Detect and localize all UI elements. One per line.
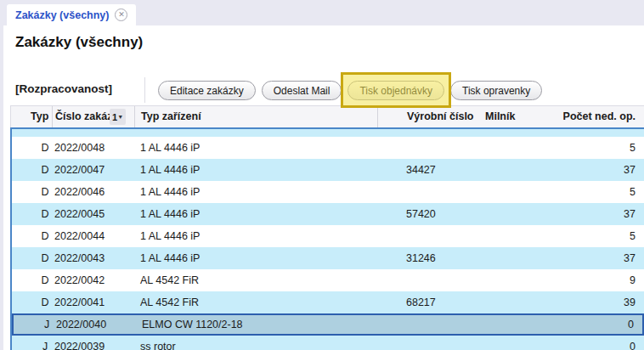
cell-cislo: 2022/0042 [54, 269, 105, 291]
table-row[interactable]: D 2022/0047 1 AL 4446 iP 34427 37 [12, 159, 644, 181]
header-separator [134, 106, 135, 128]
cell-cislo: 2022/0048 [54, 137, 105, 159]
cell-zarizeni: AL 4542 FiR [140, 269, 199, 291]
odeslat-mail-button[interactable]: Odeslat Mail [262, 81, 342, 100]
tisk-objednavky-button[interactable]: Tisk objednávky [347, 81, 444, 100]
table-row-selected[interactable]: J 2022/0040 ELMO CW 1120/2-18 0 [12, 313, 644, 336]
column-header-pocet-ned-op[interactable]: Počet ned. op. [563, 106, 636, 127]
cell-zarizeni: ELMO CW 1120/2-18 [142, 315, 243, 334]
toolbar-buttons: Editace zakázky Odeslat Mail Tisk objedn… [158, 81, 542, 100]
sort-desc-icon: ▼ [117, 114, 123, 120]
table-row[interactable]: D 2022/0048 1 AL 4446 iP 5 [12, 137, 644, 159]
cell-zarizeni: ss rotor [140, 336, 176, 350]
cell-pocet: 37 [624, 247, 636, 269]
table-row[interactable]: J 2022/0039 ss rotor 0 [12, 336, 644, 350]
cell-cislo: 2022/0044 [54, 225, 105, 247]
table-row-clipped[interactable]: D 2022/0049 1 AL 4446 iP 33335 37 [12, 129, 644, 137]
cell-zarizeni: 1 AL 4446 iP [140, 225, 200, 247]
cell-cislo: 2022/0039 [54, 336, 105, 350]
toolbar: [Rozpracovanost] Editace zakázky Odeslat… [0, 79, 644, 103]
cell-pocet: 9 [630, 269, 636, 291]
cell-vyrobni: 33335 [406, 129, 436, 137]
table-row[interactable]: D 2022/0043 1 AL 4446 iP 31246 37 [12, 247, 644, 269]
cell-pocet: 0 [628, 315, 634, 334]
cell-cislo: 2022/0047 [54, 159, 105, 181]
cell-cislo: 2022/0043 [54, 247, 105, 269]
table-body: D 2022/0049 1 AL 4446 iP 33335 37 D 2022… [10, 127, 644, 350]
table-row[interactable]: D 2022/0045 1 AL 4446 iP 57420 37 [12, 203, 644, 225]
cell-pocet: 0 [630, 336, 636, 350]
cell-pocet: 37 [624, 203, 636, 225]
table-row[interactable]: D 2022/0041 AL 4542 FiR 68217 39 [12, 291, 644, 313]
column-header-typ[interactable]: Typ [31, 106, 48, 127]
table-row[interactable]: D 2022/0042 AL 4542 FiR 9 [12, 269, 644, 291]
cell-vyrobni: 31246 [406, 247, 436, 269]
tab-bar: Zakázky (všechny) ✕ [0, 0, 644, 25]
cell-vyrobni: 68217 [406, 291, 436, 313]
table-header: Typ Číslo zakázk 1▼ Typ zařízení Výrobní… [10, 105, 644, 127]
tab-label: Zakázky (všechny) [15, 9, 109, 21]
table-row[interactable]: D 2022/0046 1 AL 4446 iP 5 [12, 181, 644, 203]
cell-pocet: 5 [630, 137, 636, 159]
cell-zarizeni: 1 AL 4446 iP [140, 137, 200, 159]
column-header-typ-zarizeni[interactable]: Typ zařízení [141, 106, 201, 127]
cell-pocet: 39 [624, 291, 636, 313]
cell-cislo: 2022/0046 [54, 181, 105, 203]
tab-zakazky-vsechny[interactable]: Zakázky (všechny) ✕ [7, 4, 136, 25]
tisk-opravenky-button[interactable]: Tisk opravenky [450, 81, 542, 100]
sort-indicator[interactable]: 1▼ [110, 109, 126, 125]
app-window: Zakázky (všechny) ✕ Zakázky (všechny) [R… [0, 0, 644, 350]
page-title: Zakázky (všechny) [15, 34, 143, 51]
editace-zakazky-button[interactable]: Editace zakázky [158, 81, 256, 100]
cell-cislo: 2022/0041 [54, 291, 105, 313]
cell-pocet: 37 [624, 129, 636, 137]
section-label: [Rozpracovanost] [15, 82, 112, 95]
cell-cislo: 2022/0040 [56, 315, 106, 334]
header-separator [377, 106, 378, 128]
cell-zarizeni: AL 4542 FiR [140, 291, 199, 313]
cell-cislo: 2022/0045 [54, 203, 105, 225]
cell-zarizeni: 1 AL 4446 iP [140, 129, 200, 137]
column-header-milnik[interactable]: Milník [485, 106, 515, 127]
table-row[interactable]: D 2022/0044 1 AL 4446 iP 5 [12, 225, 644, 247]
cell-vyrobni: 34427 [406, 159, 436, 181]
header-separator [52, 106, 53, 128]
toolbar-divider [144, 77, 145, 103]
column-header-vyrobni-cislo[interactable]: Výrobní číslo [407, 106, 474, 127]
cell-pocet: 37 [624, 159, 636, 181]
close-icon[interactable]: ✕ [115, 8, 127, 21]
cell-vyrobni: 57420 [406, 203, 436, 225]
cell-pocet: 5 [630, 225, 636, 247]
cell-cislo: 2022/0049 [54, 129, 105, 137]
cell-zarizeni: 1 AL 4446 iP [140, 159, 200, 181]
cell-zarizeni: 1 AL 4446 iP [140, 181, 200, 203]
page-left-edge [0, 0, 3, 350]
cell-zarizeni: 1 AL 4446 iP [140, 247, 200, 269]
cell-pocet: 5 [630, 181, 636, 203]
cell-zarizeni: 1 AL 4446 iP [140, 203, 200, 225]
